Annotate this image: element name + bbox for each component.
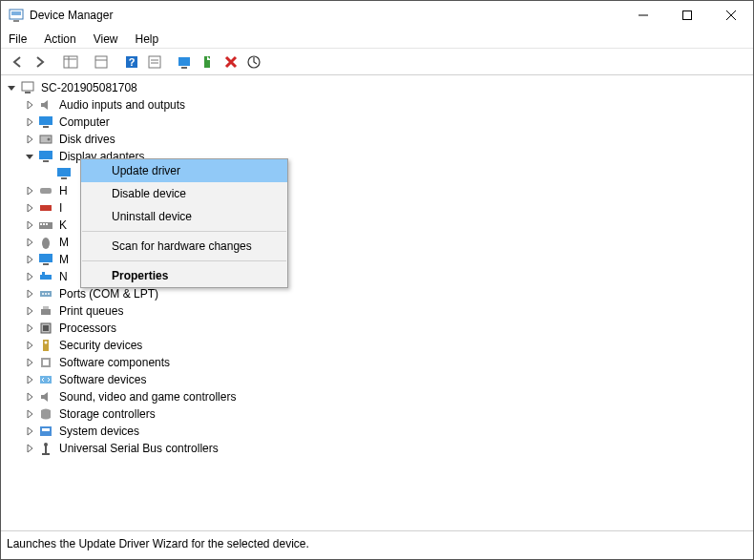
svg-rect-49	[43, 325, 49, 331]
tree-root-node[interactable]: SC-201905081708	[5, 79, 751, 96]
tree-category[interactable]: Universal Serial Bus controllers	[23, 440, 751, 457]
forward-button[interactable]	[30, 52, 51, 73]
computer-icon	[20, 80, 35, 95]
swcomp-icon	[38, 355, 53, 370]
expander-icon[interactable]	[23, 98, 36, 112]
expander-icon[interactable]	[23, 304, 36, 318]
svg-rect-21	[22, 82, 33, 91]
back-button[interactable]	[7, 52, 28, 73]
svg-rect-47	[43, 306, 49, 309]
hid-icon	[38, 183, 53, 198]
menu-help[interactable]: Help	[134, 31, 161, 48]
expander-icon[interactable]	[23, 115, 36, 129]
tree-category-label: M	[57, 235, 71, 250]
tree-category-label: Processors	[57, 321, 118, 336]
expander-icon[interactable]	[23, 356, 36, 369]
usb-icon	[38, 441, 53, 456]
expander-icon[interactable]	[23, 287, 36, 301]
expander-icon[interactable]	[23, 201, 36, 215]
tree-category[interactable]: System devices	[23, 423, 751, 440]
tree-category[interactable]: Software devices	[23, 371, 751, 388]
tree-category-label: I	[57, 200, 64, 216]
action-button[interactable]	[144, 52, 165, 73]
menu-view[interactable]: View	[92, 31, 120, 48]
port-icon	[38, 286, 53, 301]
tree-category[interactable]: Computer	[23, 114, 751, 131]
expander-icon[interactable]	[23, 373, 36, 386]
context-menu-label: Disable device	[112, 187, 186, 200]
tree-category-label: Sound, video and game controllers	[57, 389, 238, 404]
menu-action[interactable]: Action	[42, 31, 77, 48]
svg-rect-31	[40, 188, 52, 194]
update-driver-button[interactable]	[198, 52, 219, 73]
svg-rect-38	[39, 254, 52, 262]
maximize-button[interactable]	[665, 1, 709, 30]
tree-category[interactable]: Storage controllers	[23, 405, 751, 423]
svg-rect-7	[64, 56, 77, 68]
expander-icon[interactable]	[23, 150, 36, 163]
svg-rect-10	[95, 56, 107, 68]
monitor-blue-icon	[38, 114, 53, 130]
expander-icon[interactable]	[23, 339, 36, 352]
tree-category[interactable]: Sound, video and game controllers	[23, 388, 751, 405]
context-menu-label: Uninstall device	[112, 210, 192, 223]
expander-icon[interactable]	[23, 270, 36, 283]
expander-icon[interactable]	[23, 442, 36, 455]
security-icon	[38, 338, 53, 353]
context-menu-item[interactable]: Scan for hardware changes	[81, 235, 287, 258]
expander-icon[interactable]	[23, 236, 36, 249]
expander-icon[interactable]	[23, 390, 36, 404]
monitor-blue-icon	[38, 149, 53, 164]
expander-icon[interactable]	[23, 184, 36, 197]
svg-rect-17	[178, 57, 190, 66]
help-button[interactable]: ?	[121, 52, 142, 73]
context-menu-item[interactable]: Update driver	[81, 159, 287, 182]
menu-file[interactable]: File	[7, 31, 29, 48]
tree-category-label: Storage controllers	[57, 406, 157, 422]
network-icon	[38, 269, 53, 284]
tree-category-label: M	[57, 252, 71, 267]
svg-rect-56	[42, 428, 50, 431]
svg-point-44	[45, 293, 47, 295]
expander-icon[interactable]	[5, 81, 18, 94]
show-hide-tree-button[interactable]	[60, 52, 81, 73]
scan-hardware-button[interactable]	[175, 52, 196, 73]
context-menu-item[interactable]: Properties	[81, 264, 287, 287]
tree-category[interactable]: Disk drives	[23, 131, 751, 148]
properties-button[interactable]	[91, 52, 112, 73]
tree-category[interactable]: Processors	[23, 320, 751, 337]
tree-root-label: SC-201905081708	[39, 80, 139, 95]
tree-category-label: Ports (COM & LPT)	[57, 286, 160, 301]
svg-point-43	[42, 293, 44, 295]
expander-icon[interactable]	[23, 407, 36, 421]
svg-rect-1	[11, 11, 21, 15]
uninstall-button[interactable]	[220, 52, 241, 73]
storage-icon	[38, 406, 53, 422]
minimize-button[interactable]	[621, 1, 665, 30]
disable-button[interactable]	[243, 52, 264, 73]
context-menu-separator	[82, 260, 286, 261]
expander-icon[interactable]	[23, 218, 36, 232]
tree-category[interactable]: Print queues	[23, 302, 751, 320]
expander-icon[interactable]	[23, 133, 36, 146]
svg-rect-35	[43, 223, 45, 225]
context-menu-item[interactable]: Uninstall device	[81, 205, 287, 228]
speaker-icon	[38, 389, 53, 404]
menubar: File Action View Help	[1, 30, 753, 49]
expander-icon[interactable]	[23, 425, 36, 438]
tree-category[interactable]: Audio inputs and outputs	[23, 96, 751, 114]
context-menu-separator	[82, 231, 286, 232]
svg-rect-22	[25, 92, 31, 93]
context-menu-item[interactable]: Disable device	[81, 182, 287, 205]
device-tree-pane[interactable]: SC-201905081708Audio inputs and outputsC…	[1, 75, 753, 531]
swdev-icon	[38, 372, 53, 387]
context-menu-label: Update driver	[112, 164, 180, 177]
window-title: Device Manager	[30, 9, 621, 22]
expander-icon[interactable]	[23, 253, 36, 266]
tree-category[interactable]: Security devices	[23, 337, 751, 354]
expander-icon[interactable]	[23, 321, 36, 335]
close-button[interactable]	[709, 1, 753, 30]
tree-category[interactable]: Software components	[23, 354, 751, 371]
keyboard-icon	[38, 218, 53, 233]
tree-category-label: Print queues	[57, 303, 125, 319]
